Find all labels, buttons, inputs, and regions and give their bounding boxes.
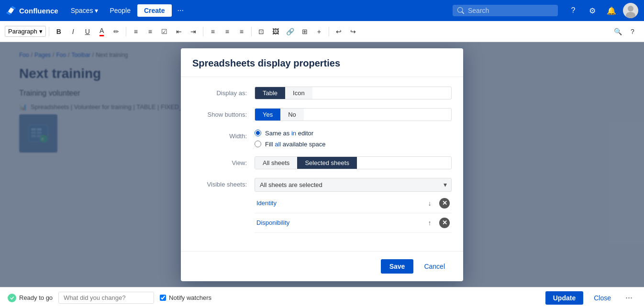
numbered-list-button[interactable]: ≡ xyxy=(144,25,157,38)
expand-button[interactable]: ⊡ xyxy=(255,25,268,38)
bold-button[interactable]: B xyxy=(52,25,66,38)
show-buttons-toggle: Yes No xyxy=(255,108,452,121)
indent-button[interactable]: ⇥ xyxy=(187,25,200,38)
visible-sheets-dropdown-wrapper: All sheets are selected xyxy=(255,178,452,192)
link-button[interactable]: 🔗 xyxy=(283,25,297,38)
image-button[interactable]: 🖼 xyxy=(269,25,282,38)
text-color-icon: A xyxy=(100,27,104,36)
align-left-button[interactable]: ≡ xyxy=(206,25,220,38)
redo-button[interactable]: ↪ xyxy=(346,25,360,38)
width-same-radio[interactable] xyxy=(255,130,261,136)
logo[interactable]: Confluence xyxy=(6,5,58,16)
display-as-toggle: Table Icon xyxy=(255,87,452,99)
modal-header: Spreadsheets display properties xyxy=(181,48,463,77)
table-button[interactable]: ⊞ xyxy=(298,25,311,38)
display-as-row: Display as: Table Icon xyxy=(192,87,452,99)
outdent-button[interactable]: ⇤ xyxy=(172,25,186,38)
all-sheets-tab[interactable]: All sheets xyxy=(255,157,297,169)
view-control: All sheets Selected sheets xyxy=(255,156,452,169)
view-label: View: xyxy=(192,156,255,166)
notify-watchers-checkbox[interactable] xyxy=(160,295,166,301)
chevron-down-icon: ▾ xyxy=(95,7,98,14)
show-buttons-row: Show buttons: Yes No xyxy=(192,108,452,121)
update-button[interactable]: Update xyxy=(545,291,583,305)
highlight-button[interactable]: ✏ xyxy=(110,25,123,38)
width-same-label: Same as in editor xyxy=(265,130,313,137)
width-same-option[interactable]: Same as in editor xyxy=(255,130,452,137)
separator xyxy=(203,27,203,36)
width-radio-group: Same as in editor Fill all available spa… xyxy=(255,130,452,148)
display-table-btn[interactable]: Table xyxy=(255,87,285,99)
visible-sheets-select[interactable]: All sheets are selected xyxy=(255,178,452,192)
help-tb-button[interactable]: ? xyxy=(626,25,639,38)
sheet-name-disponibility: Disponibility xyxy=(256,219,424,226)
ready-icon xyxy=(8,294,16,302)
search-icon xyxy=(457,7,464,14)
task-button[interactable]: ☑ xyxy=(158,25,171,38)
display-as-label: Display as: xyxy=(192,87,255,97)
modal-footer: Save Cancel xyxy=(181,251,463,281)
create-button[interactable]: Create xyxy=(137,4,172,17)
notifications-icon[interactable]: 🔔 xyxy=(604,3,619,18)
width-fill-radio[interactable] xyxy=(255,141,261,147)
close-button[interactable]: Close xyxy=(589,291,616,305)
width-control: Same as in editor Fill all available spa… xyxy=(255,130,452,148)
text-color-button[interactable]: A xyxy=(95,25,109,38)
notify-watchers-text: Notify watchers xyxy=(169,294,211,301)
show-buttons-yes-btn[interactable]: Yes xyxy=(255,109,280,121)
help-icon[interactable]: ? xyxy=(566,3,581,18)
more-button[interactable]: ··· xyxy=(174,4,188,17)
sheet-remove-disponibility[interactable]: ✕ xyxy=(439,218,450,228)
nav-icons: ? ⚙ 🔔 xyxy=(566,3,638,18)
italic-button[interactable]: I xyxy=(67,25,80,38)
width-row: Width: Same as in editor Fill all availa… xyxy=(192,130,452,148)
align-right-button[interactable]: ≡ xyxy=(235,25,248,38)
separator xyxy=(49,27,49,36)
align-center-button[interactable]: ≡ xyxy=(221,25,234,38)
more-options-button[interactable]: ··· xyxy=(622,291,636,305)
separator xyxy=(126,27,126,36)
modal-title: Spreadsheets display properties xyxy=(192,58,452,69)
visible-sheets-control: All sheets are selected Identity ↓ ✕ xyxy=(255,178,452,233)
view-row: View: All sheets Selected sheets xyxy=(192,156,452,169)
paragraph-style-select[interactable]: Paragraph ▾ xyxy=(5,26,46,37)
settings-icon[interactable]: ⚙ xyxy=(585,3,600,18)
width-fill-label: Fill all available space xyxy=(265,141,325,148)
display-icon-btn[interactable]: Icon xyxy=(285,87,312,99)
spaces-menu[interactable]: Spaces ▾ xyxy=(66,4,103,17)
underline-button[interactable]: U xyxy=(81,25,94,38)
change-description-input[interactable] xyxy=(58,292,154,304)
notify-watchers-label[interactable]: Notify watchers xyxy=(160,294,211,301)
sheet-item-identity: Identity ↓ ✕ xyxy=(255,194,452,213)
bullet-list-button[interactable]: ≡ xyxy=(129,25,143,38)
search-input[interactable] xyxy=(468,7,544,14)
avatar[interactable] xyxy=(623,3,638,18)
ready-badge: Ready to go xyxy=(8,294,53,302)
selected-sheets-tab[interactable]: Selected sheets xyxy=(297,157,357,169)
search-bar[interactable] xyxy=(453,5,558,16)
separator xyxy=(329,27,329,36)
display-as-control: Table Icon xyxy=(255,87,452,99)
insert-button[interactable]: + xyxy=(312,25,326,38)
cancel-button[interactable]: Cancel xyxy=(417,259,452,274)
sheet-move-down-identity[interactable]: ↓ xyxy=(424,198,435,209)
view-tabs: All sheets Selected sheets xyxy=(255,156,452,169)
sheet-move-up-disponibility[interactable]: ↑ xyxy=(424,217,435,229)
sheet-name-identity: Identity xyxy=(256,199,424,207)
people-link[interactable]: People xyxy=(105,4,135,17)
chevron-down-icon: ▾ xyxy=(39,28,43,35)
bottom-bar: Ready to go Notify watchers Update Close… xyxy=(0,287,644,308)
undo-button[interactable]: ↩ xyxy=(332,25,345,38)
save-button[interactable]: Save xyxy=(381,259,414,274)
editor-toolbar: Paragraph ▾ B I U A ✏ ≡ ≡ ☑ ⇤ ⇥ ≡ ≡ ≡ ⊡ … xyxy=(0,21,644,42)
ready-label: Ready to go xyxy=(19,294,53,301)
top-nav: Confluence Spaces ▾ People Create ··· ? … xyxy=(0,0,644,21)
sheet-item-disponibility: Disponibility ↑ ✕ xyxy=(255,213,452,233)
width-fill-option[interactable]: Fill all available space xyxy=(255,141,452,148)
sheet-remove-identity[interactable]: ✕ xyxy=(439,198,450,209)
show-buttons-no-btn[interactable]: No xyxy=(280,109,304,121)
modal-overlay: Spreadsheets display properties Display … xyxy=(0,42,644,287)
modal-body: Display as: Table Icon Show buttons: Yes xyxy=(181,77,463,251)
find-replace-button[interactable]: 🔍 xyxy=(611,25,625,38)
sheet-actions-identity: ↓ ✕ xyxy=(424,198,450,209)
